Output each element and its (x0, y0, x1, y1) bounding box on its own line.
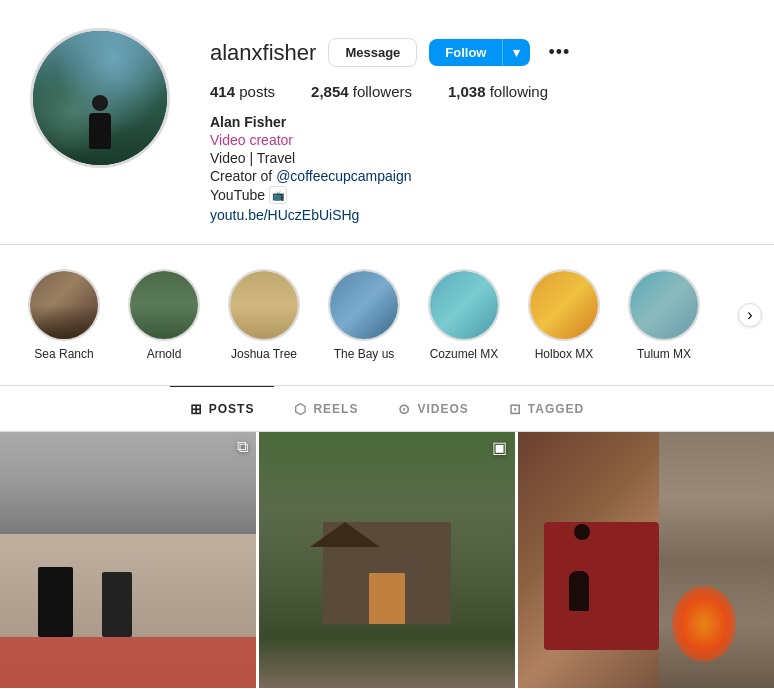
avatar-wrapper (30, 28, 170, 168)
grid-video-icon-2: ▣ (492, 438, 507, 457)
highlight-label-tulum: Tulum MX (637, 347, 691, 361)
highlight-label-cozumel: Cozumel MX (430, 347, 499, 361)
highlight-circle-cozumel (428, 269, 500, 341)
follow-caret-button[interactable] (502, 39, 530, 66)
follow-group: Follow (429, 39, 530, 66)
following-stat[interactable]: 1,038 following (448, 83, 548, 100)
highlight-item-sea-ranch[interactable]: Sea Ranch (24, 269, 104, 361)
followers-count: 2,854 (311, 83, 349, 100)
tab-tagged-label: TAGGED (528, 402, 584, 416)
highlights-section: Sea Ranch Arnold Joshua Tree The Bay us (0, 244, 774, 386)
tab-reels[interactable]: ⬡ REELS (274, 386, 378, 431)
chevron-right-icon (747, 306, 752, 324)
following-label: following (490, 83, 548, 100)
highlight-item-arnold[interactable]: Arnold (124, 269, 204, 361)
posts-stat: 414 posts (210, 83, 275, 100)
message-button[interactable]: Message (328, 38, 417, 67)
photo-grid: ⧉ ▣ (0, 432, 774, 688)
youtube-label: YouTube (210, 187, 265, 203)
bio-role: Video creator (210, 132, 744, 148)
bio-youtube-line: YouTube 📺 (210, 186, 744, 204)
highlight-item-the-bay[interactable]: The Bay us (324, 269, 404, 361)
highlights-scroll: Sea Ranch Arnold Joshua Tree The Bay us (20, 261, 754, 369)
posts-count: 414 (210, 83, 235, 100)
youtube-emoji: 📺 (269, 186, 287, 204)
grid-item-2[interactable]: ▣ (259, 432, 515, 688)
caret-icon (513, 45, 520, 60)
more-options-button[interactable]: ••• (542, 38, 576, 67)
bio-url-link[interactable]: youtu.be/HUczEbUiSHg (210, 207, 359, 223)
grid-multi-icon-1: ⧉ (237, 438, 248, 456)
reels-icon: ⬡ (294, 401, 307, 417)
highlight-label-sea-ranch: Sea Ranch (34, 347, 93, 361)
highlight-label-joshua-tree: Joshua Tree (231, 347, 297, 361)
grid-item-1[interactable]: ⧉ (0, 432, 256, 688)
highlight-item-holbox[interactable]: Holbox MX (524, 269, 604, 361)
highlight-item-joshua-tree[interactable]: Joshua Tree (224, 269, 304, 361)
followers-label: followers (353, 83, 412, 100)
more-icon: ••• (548, 42, 570, 62)
profile-section: alanxfisher Message Follow ••• 414 posts… (0, 0, 774, 244)
highlight-item-cozumel[interactable]: Cozumel MX (424, 269, 504, 361)
highlight-circle-joshua-tree (228, 269, 300, 341)
highlight-label-holbox: Holbox MX (535, 347, 594, 361)
stats-row: 414 posts 2,854 followers 1,038 followin… (210, 83, 744, 100)
bio-section: Alan Fisher Video creator Video | Travel… (210, 114, 744, 224)
highlights-next-button[interactable] (738, 303, 762, 327)
display-name: Alan Fisher (210, 114, 744, 130)
highlight-item-tulum[interactable]: Tulum MX (624, 269, 704, 361)
username: alanxfisher (210, 40, 316, 66)
coffee-cup-link[interactable]: @coffeecupcampaign (276, 168, 411, 184)
posts-label: posts (239, 83, 275, 100)
highlight-circle-holbox (528, 269, 600, 341)
highlight-circle-sea-ranch (28, 269, 100, 341)
tab-reels-label: REELS (313, 402, 358, 416)
tag-icon: ⊡ (509, 401, 522, 417)
bio-line-2: Creator of @coffeecupcampaign (210, 168, 744, 184)
follow-button[interactable]: Follow (429, 39, 502, 66)
username-row: alanxfisher Message Follow ••• (210, 38, 744, 67)
tab-posts[interactable]: POSTS (170, 386, 275, 431)
bio-url-line: youtu.be/HUczEbUiSHg (210, 206, 744, 224)
profile-info: alanxfisher Message Follow ••• 414 posts… (210, 28, 744, 224)
tab-posts-label: POSTS (209, 402, 255, 416)
tabs-section: POSTS ⬡ REELS ⊙ VIDEOS ⊡ TAGGED (0, 386, 774, 432)
grid-icon (190, 401, 203, 417)
highlight-circle-arnold (128, 269, 200, 341)
tab-videos-label: VIDEOS (417, 402, 468, 416)
avatar (30, 28, 170, 168)
following-count: 1,038 (448, 83, 486, 100)
tab-videos[interactable]: ⊙ VIDEOS (378, 386, 488, 431)
video-icon: ⊙ (398, 401, 411, 417)
grid-item-3[interactable] (518, 432, 774, 688)
tab-tagged[interactable]: ⊡ TAGGED (489, 386, 604, 431)
highlight-circle-the-bay (328, 269, 400, 341)
highlight-label-the-bay: The Bay us (334, 347, 395, 361)
followers-stat[interactable]: 2,854 followers (311, 83, 412, 100)
bio-line-1: Video | Travel (210, 150, 744, 166)
highlight-circle-tulum (628, 269, 700, 341)
highlight-label-arnold: Arnold (147, 347, 182, 361)
